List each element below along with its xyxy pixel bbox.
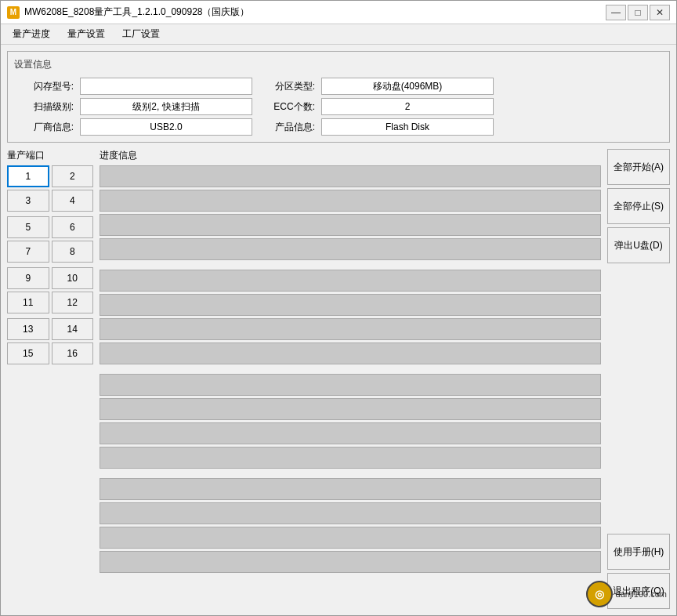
port-button-11[interactable]: 11 [7, 292, 49, 313]
progress-row-13 [100, 478, 601, 500]
progress-row-15 [100, 527, 601, 549]
port-button-2[interactable]: 2 [52, 165, 94, 187]
progress-row-2 [100, 190, 601, 212]
ecc-count-value: 2 [321, 98, 494, 115]
scan-level-value: 级别2, 快速扫描 [80, 98, 252, 115]
progress-row-10 [100, 398, 601, 420]
port-button-15[interactable]: 15 [7, 342, 49, 364]
progress-row-12 [100, 447, 601, 469]
partition-type-label: 分区类型: [255, 80, 318, 93]
settings-group: 设置信息 闪存型号: 分区类型: 移动盘(4096MB) 扫描级别: 级别2, … [7, 51, 670, 143]
port-button-4[interactable]: 4 [52, 190, 94, 212]
scan-level-label: 扫描级别: [14, 100, 77, 114]
vendor-value: USB2.0 [80, 118, 252, 136]
watermark-icon: ◎ [586, 581, 613, 607]
close-button[interactable]: ✕ [650, 5, 670, 20]
minimize-button[interactable]: — [606, 5, 626, 20]
window-title: MW6208E_8208量产工具_1.2.1.0_090928（国庆版） [24, 5, 249, 19]
progress-panel: 进度信息 [100, 149, 601, 609]
menu-item-量产设置[interactable]: 量产设置 [59, 24, 114, 44]
progress-row-14 [100, 502, 601, 524]
port-button-1[interactable]: 1 [7, 165, 49, 187]
port-button-14[interactable]: 14 [52, 318, 94, 340]
port-button-5[interactable]: 5 [7, 216, 49, 238]
partition-type-value: 移动盘(4096MB) [321, 78, 494, 95]
progress-row-5 [100, 270, 601, 292]
ports-panel: 量产端口 1 2 3 4 5 6 7 8 9 10 1 [7, 149, 93, 609]
product-label: 产品信息: [255, 121, 318, 134]
ecc-count-label: ECC个数: [255, 100, 318, 114]
vendor-label: 厂商信息: [14, 121, 77, 134]
progress-row-3 [100, 214, 601, 236]
main-area: 量产端口 1 2 3 4 5 6 7 8 9 10 1 [7, 149, 670, 609]
title-bar: M MW6208E_8208量产工具_1.2.1.0_090928（国庆版） —… [1, 1, 676, 24]
product-value: Flash Disk [321, 118, 494, 136]
port-button-16[interactable]: 16 [52, 342, 94, 364]
title-controls: — □ ✕ [606, 5, 670, 20]
progress-row-6 [100, 294, 601, 316]
progress-row-8 [100, 342, 601, 364]
ports-title: 量产端口 [7, 149, 93, 162]
progress-row-7 [100, 318, 601, 340]
watermark-text: danji100.com [616, 589, 667, 599]
title-bar-left: M MW6208E_8208量产工具_1.2.1.0_090928（国庆版） [7, 5, 249, 19]
main-window: M MW6208E_8208量产工具_1.2.1.0_090928（国庆版） —… [0, 0, 677, 616]
settings-group-title: 设置信息 [14, 58, 663, 71]
start-all-button[interactable]: 全部开始(A) [607, 149, 670, 185]
action-panel: 全部开始(A) 全部停止(S) 弹出U盘(D) 使用手册(H) 退出程序(Q) [607, 149, 670, 609]
progress-row-4 [100, 238, 601, 260]
eject-usb-button[interactable]: 弹出U盘(D) [607, 227, 670, 263]
ports-grid-2: 5 6 7 8 [7, 216, 93, 263]
settings-grid: 闪存型号: 分区类型: 移动盘(4096MB) 扫描级别: 级别2, 快速扫描 … [14, 78, 663, 136]
ports-grid: 1 2 3 4 [7, 165, 93, 212]
app-icon: M [7, 6, 20, 19]
watermark: ◎ danji100.com [586, 581, 667, 607]
port-button-13[interactable]: 13 [7, 318, 49, 340]
port-button-3[interactable]: 3 [7, 190, 49, 212]
ports-grid-3: 9 10 11 12 [7, 267, 93, 313]
flash-type-label: 闪存型号: [14, 80, 77, 93]
port-button-12[interactable]: 12 [52, 292, 94, 313]
progress-row-1 [100, 165, 601, 187]
flash-type-value [80, 78, 252, 95]
progress-title: 进度信息 [100, 149, 601, 162]
maximize-button[interactable]: □ [628, 5, 648, 20]
port-button-10[interactable]: 10 [52, 267, 94, 289]
port-button-6[interactable]: 6 [52, 216, 94, 238]
manual-button[interactable]: 使用手册(H) [607, 534, 670, 570]
ports-grid-4: 13 14 15 16 [7, 318, 93, 364]
stop-all-button[interactable]: 全部停止(S) [607, 188, 670, 224]
port-button-7[interactable]: 7 [7, 241, 49, 263]
port-button-8[interactable]: 8 [52, 241, 94, 263]
menu-item-工厂设置[interactable]: 工厂设置 [114, 24, 168, 44]
port-button-9[interactable]: 9 [7, 267, 49, 289]
menu-item-量产进度[interactable]: 量产进度 [4, 24, 59, 44]
progress-rows [100, 165, 601, 609]
progress-row-11 [100, 422, 601, 444]
progress-row-9 [100, 374, 601, 396]
progress-row-16 [100, 551, 601, 573]
menu-bar: 量产进度量产设置工厂设置 [1, 24, 676, 45]
content-area: 设置信息 闪存型号: 分区类型: 移动盘(4096MB) 扫描级别: 级别2, … [1, 45, 676, 615]
